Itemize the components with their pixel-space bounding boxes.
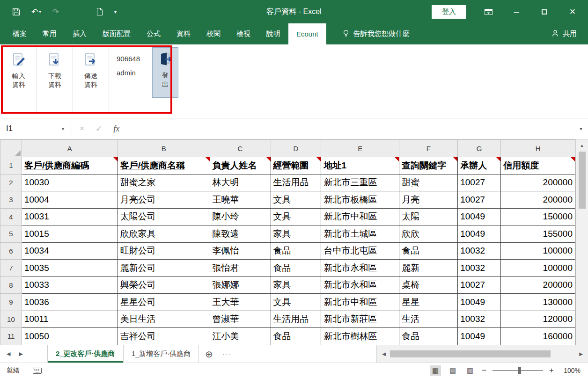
cell-G10[interactable]: 10032 (458, 311, 501, 328)
cell-C11[interactable]: 江小美 (210, 328, 271, 345)
scroll-right-icon[interactable]: ▶ (576, 351, 586, 356)
cell-A10[interactable]: 10011 (22, 311, 118, 328)
cell-F4[interactable]: 太陽 (399, 208, 458, 225)
cell-F9[interactable]: 星星 (399, 294, 458, 311)
ribbon-tab-說明[interactable]: 說明 (258, 23, 288, 44)
row-header-8[interactable]: 8 (0, 276, 22, 294)
cell-H4[interactable]: 150000 (501, 208, 575, 225)
share-button[interactable]: 共用 (551, 23, 588, 44)
send-data-button[interactable]: 傳送資料 (75, 47, 107, 89)
cancel-icon[interactable]: × (80, 124, 84, 133)
cell-F2[interactable]: 甜蜜 (399, 174, 458, 191)
cell-E5[interactable]: 新北市土城區 (321, 225, 399, 243)
cell-D3[interactable]: 文具 (271, 191, 321, 209)
zoom-in-button[interactable]: + (549, 366, 554, 375)
cell-E7[interactable]: 新北市永和區 (321, 260, 399, 277)
ribbon-tab-插入[interactable]: 插入 (65, 23, 95, 44)
row-header-10[interactable]: 10 (0, 311, 22, 328)
cell-A9[interactable]: 10036 (22, 294, 118, 311)
cell-G11[interactable]: 10049 (458, 328, 501, 345)
column-header-E[interactable]: E (321, 140, 399, 157)
cell-D2[interactable]: 生活用品 (271, 174, 321, 191)
cell-C10[interactable]: 曾淑華 (210, 311, 271, 328)
redo-button[interactable]: ↷ (52, 7, 59, 17)
cell-E1[interactable]: 地址1 (321, 157, 399, 174)
insert-function-icon[interactable]: fx (113, 124, 119, 134)
cell-F8[interactable]: 桌椅 (399, 276, 458, 294)
scroll-left-icon[interactable]: ◀ (379, 351, 389, 356)
column-header-F[interactable]: F (399, 140, 458, 157)
cell-E9[interactable]: 新北市中和區 (321, 294, 399, 311)
cell-G5[interactable]: 10049 (458, 225, 501, 243)
cell-A7[interactable]: 10035 (22, 260, 118, 277)
cell-A6[interactable]: 10034 (22, 242, 118, 260)
cell-D4[interactable]: 文具 (271, 208, 321, 225)
row-header-3[interactable]: 3 (0, 191, 22, 209)
column-header-G[interactable]: G (458, 140, 501, 157)
cell-C6[interactable]: 李佩怡 (210, 242, 271, 260)
cell-D11[interactable]: 食品 (271, 328, 321, 345)
row-header-11[interactable]: 11 (0, 328, 22, 345)
cell-E2[interactable]: 新北市三重區 (321, 174, 399, 191)
cell-F6[interactable]: 食品 (399, 242, 458, 260)
cell-D6[interactable]: 食品 (271, 242, 321, 260)
ribbon-tab-檢視[interactable]: 檢視 (228, 23, 258, 44)
save-icon[interactable] (12, 8, 20, 16)
cell-H10[interactable]: 120000 (501, 311, 575, 328)
close-button[interactable]: × (566, 6, 579, 18)
row-header-6[interactable]: 6 (0, 242, 22, 260)
scroll-up-icon[interactable]: ▲ (576, 139, 588, 152)
sheet-nav-left-icon[interactable]: ◀ (7, 351, 10, 357)
column-header-C[interactable]: C (210, 140, 271, 157)
cell-G6[interactable]: 10032 (458, 242, 501, 260)
cell-E4[interactable]: 新北市中和區 (321, 208, 399, 225)
horizontal-scrollbar[interactable]: ◀ ▶ (376, 345, 588, 363)
cell-H9[interactable]: 130000 (501, 294, 575, 311)
cell-E6[interactable]: 台中市北屯區 (321, 242, 399, 260)
cell-C2[interactable]: 林大明 (210, 174, 271, 191)
zoom-out-button[interactable]: − (482, 366, 486, 375)
ribbon-tab-資料[interactable]: 資料 (169, 23, 198, 44)
cell-F1[interactable]: 查詢關鍵字 (399, 157, 458, 174)
cell-H5[interactable]: 155000 (501, 225, 575, 243)
sheet-tab-2_更改客戶·供應商[interactable]: 2_更改客戶·供應商 (47, 345, 124, 363)
tell-me-box[interactable]: 告訴我您想做什麼 (342, 23, 410, 44)
cell-E11[interactable]: 新北市樹林區 (321, 328, 399, 345)
cell-C5[interactable]: 陳致遠 (210, 225, 271, 243)
cell-G9[interactable]: 10049 (458, 294, 501, 311)
cell-A5[interactable]: 10015 (22, 225, 118, 243)
new-sheet-button[interactable]: ⊕ (199, 345, 219, 363)
cell-H6[interactable]: 100000 (501, 242, 575, 260)
cell-G7[interactable]: 10032 (458, 260, 501, 277)
name-box-dropdown-icon[interactable]: ▾ (55, 118, 71, 139)
cell-G2[interactable]: 10027 (458, 174, 501, 191)
undo-dropdown-icon[interactable]: ▾ (39, 9, 41, 14)
cell-B3[interactable]: 月亮公司 (118, 191, 210, 209)
cell-G1[interactable]: 承辦人 (458, 157, 501, 174)
cell-H3[interactable]: 200000 (501, 191, 575, 209)
cell-G8[interactable]: 10027 (458, 276, 501, 294)
cell-A11[interactable]: 10050 (22, 328, 118, 345)
customize-command-icon[interactable] (96, 8, 103, 15)
row-header-1[interactable]: 1 (0, 157, 22, 174)
qat-customize-dropdown-icon[interactable]: ▾ (114, 9, 117, 15)
row-header-4[interactable]: 4 (0, 208, 22, 225)
cell-F11[interactable]: 食品 (399, 328, 458, 345)
zoom-percentage[interactable]: 100% (560, 367, 581, 374)
zoom-slider[interactable] (492, 370, 543, 371)
zoom-slider-thumb[interactable] (518, 367, 521, 374)
cell-D5[interactable]: 家具 (271, 225, 321, 243)
page-layout-view-button[interactable]: ▤ (447, 365, 458, 376)
cell-F7[interactable]: 麗新 (399, 260, 458, 277)
cell-D8[interactable]: 家具 (271, 276, 321, 294)
cell-C4[interactable]: 陳小玲 (210, 208, 271, 225)
column-header-H[interactable]: H (501, 140, 575, 157)
cell-B10[interactable]: 美日生活 (118, 311, 210, 328)
cell-A3[interactable]: 10004 (22, 191, 118, 209)
cell-H8[interactable]: 200000 (501, 276, 575, 294)
cell-H2[interactable]: 200000 (501, 174, 575, 191)
sheet-nav-right-icon[interactable]: ▶ (19, 351, 22, 357)
select-all-button[interactable] (0, 140, 22, 157)
ribbon-tab-公式[interactable]: 公式 (139, 23, 169, 44)
ribbon-tab-Ecount[interactable]: Ecount (288, 23, 326, 44)
